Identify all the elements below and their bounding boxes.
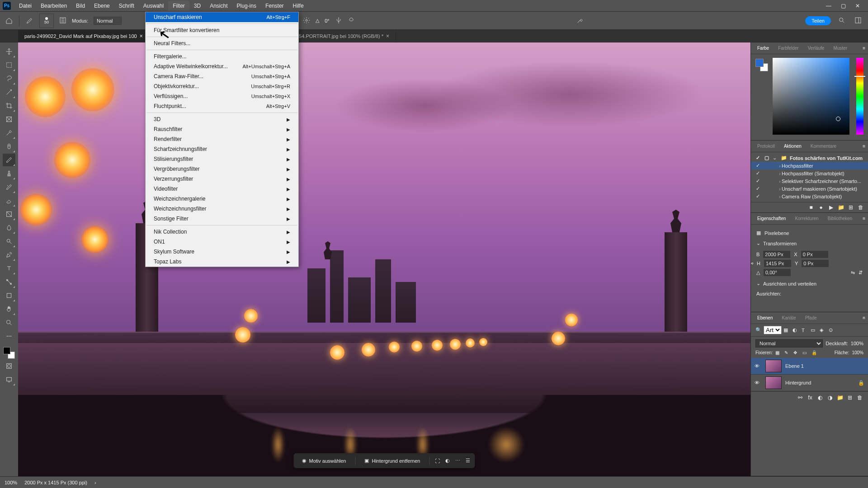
gradient-tool[interactable] — [3, 208, 15, 221]
panel-menu-icon[interactable]: ≡ — [863, 46, 865, 51]
lock-trans-icon[interactable]: ▦ — [775, 350, 782, 355]
quickmask-toggle[interactable] — [3, 360, 15, 372]
marquee-tool[interactable] — [3, 59, 15, 71]
angle-value[interactable]: 0° — [325, 18, 330, 23]
opacity-value[interactable]: 100% — [851, 341, 863, 346]
filter-smart-icon[interactable]: ◈ — [820, 327, 827, 333]
link-layers-icon[interactable]: ⚯ — [797, 394, 804, 401]
menu-filter[interactable]: Filter — [168, 1, 189, 11]
menu-item[interactable]: Stilisierungsfilter▶ — [146, 154, 298, 164]
lasso-tool[interactable] — [3, 72, 15, 85]
menu-datei[interactable]: Datei — [14, 1, 36, 11]
menu-item[interactable]: Nik Collection▶ — [146, 227, 298, 237]
lock-all-icon[interactable]: 🔒 — [811, 350, 818, 355]
minimize-button[interactable]: — — [825, 3, 833, 9]
properties-icon[interactable]: ☰ — [466, 458, 470, 464]
lock-pos-icon[interactable]: ✥ — [793, 350, 800, 355]
menu-item[interactable]: Objektivkorrektur...Umschalt+Strg+R — [146, 81, 298, 91]
edit-toolbar[interactable]: ⋯ — [3, 330, 15, 343]
fill-value[interactable]: 100% — [852, 350, 863, 355]
menu-3d[interactable]: 3D — [189, 1, 205, 11]
ai-icon[interactable]: ◐ — [445, 458, 450, 464]
menu-item[interactable]: Filtergalerie... — [146, 52, 298, 61]
height-input[interactable] — [764, 260, 791, 267]
tab-korrekturen[interactable]: Korrekturen — [791, 214, 822, 223]
panel-menu-icon[interactable]: ≡ — [863, 315, 865, 320]
flip-h-icon[interactable]: ⇋ — [851, 270, 855, 276]
layer-thumbnail[interactable] — [765, 360, 782, 372]
blend-mode-select[interactable]: Normal — [755, 339, 823, 347]
group-icon[interactable]: 📁 — [836, 394, 844, 401]
filter-pixel-icon[interactable]: ▦ — [783, 327, 791, 333]
close-button[interactable]: ✕ — [854, 3, 862, 9]
brush-panel-toggle-icon[interactable] — [59, 17, 66, 25]
workspace-icon[interactable] — [853, 17, 863, 25]
menu-item[interactable]: Sonstige Filter▶ — [146, 214, 298, 224]
layer-name[interactable]: Hintergrund — [785, 380, 811, 385]
panel-menu-icon[interactable]: ≡ — [863, 216, 865, 221]
healing-tool[interactable] — [3, 140, 15, 153]
menu-item[interactable]: Scharfzeichnungsfilter▶ — [146, 144, 298, 154]
butterfly-icon[interactable] — [348, 17, 355, 25]
canvas[interactable]: ◉Motiv auswählen ▣Hintergrund entfernen … — [18, 42, 750, 476]
menu-item[interactable]: Weichzeichnungsfilter▶ — [146, 204, 298, 214]
menu-item[interactable]: ON1▶ — [146, 237, 298, 247]
play-icon[interactable]: ▶ — [827, 204, 835, 211]
tab-aktionen[interactable]: Aktionen — [780, 142, 805, 150]
tab-bibliotheken[interactable]: Bibliotheken — [824, 214, 856, 223]
tab-verlaufe[interactable]: Verläufe — [804, 44, 828, 52]
maximize-button[interactable]: ▢ — [839, 3, 847, 9]
wand-tool[interactable] — [3, 86, 15, 99]
tab-protokoll[interactable]: Protokoll — [754, 142, 778, 150]
panel-menu-icon[interactable]: ≡ — [863, 144, 865, 149]
more-icon[interactable]: ⋯ — [455, 458, 460, 464]
status-caret[interactable]: › — [94, 480, 96, 485]
path-tool[interactable] — [3, 276, 15, 288]
tab-ebenen[interactable]: Ebenen — [754, 314, 776, 322]
home-icon[interactable] — [5, 16, 14, 25]
zoom-level[interactable]: 100% — [5, 480, 17, 485]
menu-item[interactable]: Unscharf maskierenAlt+Strg+F — [146, 12, 298, 22]
gear-icon[interactable] — [303, 17, 310, 25]
brush-size-preview[interactable]: 50 — [39, 14, 54, 28]
menu-fenster[interactable]: Fenster — [261, 1, 288, 11]
crop-tool[interactable] — [3, 99, 15, 112]
frame-tool[interactable] — [3, 113, 15, 126]
shape-tool[interactable] — [3, 289, 15, 302]
new-action-icon[interactable]: ⊞ — [847, 204, 854, 211]
align-section[interactable]: ⌄Ausrichten und verteilen — [756, 278, 863, 289]
flip-v-icon[interactable]: ⇵ — [859, 270, 863, 276]
eyedropper-icon[interactable] — [575, 17, 585, 25]
menu-item[interactable]: 3D▶ — [146, 114, 298, 124]
pen-tool[interactable] — [3, 249, 15, 261]
history-brush-tool[interactable] — [3, 181, 15, 193]
link-icon[interactable]: ⚯ — [751, 261, 753, 267]
tab-kommentare[interactable]: Kommentare — [807, 142, 840, 150]
menu-item[interactable]: Skylum Software▶ — [146, 247, 298, 257]
close-tab-icon[interactable]: × — [386, 33, 389, 39]
menu-item[interactable]: Vergröberungsfilter▶ — [146, 164, 298, 174]
stamp-tool[interactable] — [3, 167, 15, 180]
menu-bild[interactable]: Bild — [71, 1, 90, 11]
menu-item[interactable]: Topaz Labs▶ — [146, 257, 298, 267]
filter-shape-icon[interactable]: ▭ — [811, 327, 818, 333]
menu-item[interactable]: Für Smartfilter konvertieren — [146, 25, 298, 35]
eyedropper-tool[interactable] — [3, 127, 15, 139]
menu-item[interactable]: Weichzeichnergalerie▶ — [146, 194, 298, 204]
foreground-background-colors[interactable] — [3, 347, 15, 359]
filter-toggle[interactable]: ⊙ — [829, 327, 836, 333]
search-icon[interactable] — [836, 17, 847, 25]
eraser-tool[interactable] — [3, 194, 15, 207]
layer-filter-select[interactable]: Art — [764, 326, 782, 334]
filter-type-icon[interactable]: T — [802, 328, 809, 333]
menu-auswahl[interactable]: Auswahl — [139, 1, 168, 11]
menu-item[interactable]: Renderfilter▶ — [146, 134, 298, 144]
menu-plug-ins[interactable]: Plug-ins — [232, 1, 261, 11]
tab-muster[interactable]: Muster — [830, 44, 851, 52]
action-item[interactable]: ✓›Hochpassfilter (Smartobjekt) — [751, 169, 868, 177]
menu-hilfe[interactable]: Hilfe — [288, 1, 308, 11]
action-item[interactable]: ✓›Selektiver Scharfzeichner (Smarto... — [751, 177, 868, 185]
close-tab-icon[interactable]: × — [140, 33, 143, 39]
menu-item[interactable]: Verflüssigen...Umschalt+Strg+X — [146, 91, 298, 101]
menu-item[interactable]: Fluchtpunkt...Alt+Strg+V — [146, 101, 298, 111]
